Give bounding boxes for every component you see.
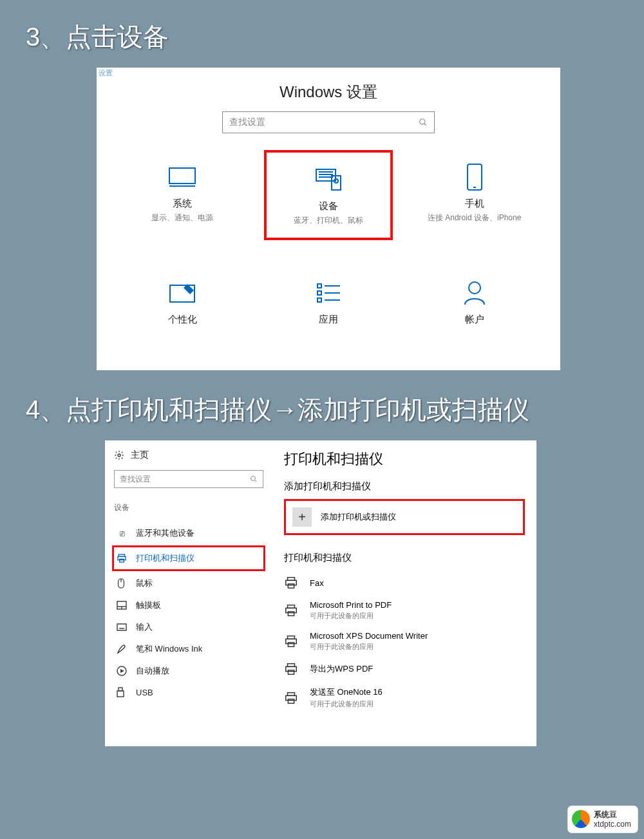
sidebar-category: 设备 <box>114 502 263 513</box>
apps-icon <box>268 278 389 308</box>
sidebar-item-autoplay[interactable]: 自动播放 <box>114 660 263 682</box>
tile-personalization-title: 个性化 <box>122 314 243 326</box>
tile-accounts-title: 帐户 <box>414 314 535 326</box>
add-printer-label: 添加打印机或扫描仪 <box>321 511 396 523</box>
sidebar-item-printers[interactable]: 打印机和扫描仪 <box>112 545 265 571</box>
keyboard-icon <box>117 623 128 631</box>
printer-item[interactable]: Fax <box>284 570 525 595</box>
printer-list: Fax Microsoft Print to PDF 可用于此设备的应用 Mic… <box>284 570 525 714</box>
svg-rect-42 <box>288 584 294 588</box>
plus-icon: + <box>292 507 312 527</box>
main-title: 打印机和扫描仪 <box>284 449 525 469</box>
tile-phone-title: 手机 <box>414 198 535 210</box>
accounts-icon <box>414 278 535 308</box>
svg-rect-39 <box>117 691 124 697</box>
display-icon <box>122 162 243 193</box>
step3-heading: 3、点击设备 <box>0 0 644 61</box>
svg-line-1 <box>424 124 426 126</box>
printer-item[interactable]: Microsoft XPS Document Writer 可用于此设备的应用 <box>284 626 525 657</box>
printer-icon <box>284 603 301 617</box>
svg-point-19 <box>469 282 480 294</box>
bluetooth-icon: ⎚ <box>117 529 128 538</box>
svg-point-0 <box>420 119 425 124</box>
svg-rect-2 <box>169 168 195 184</box>
sidebar-item-label: 蓝牙和其他设备 <box>136 527 194 539</box>
mouse-icon <box>117 578 128 589</box>
sidebar-item-bluetooth[interactable]: ⎚ 蓝牙和其他设备 <box>114 522 263 544</box>
step4-heading: 4、点打印机和扫描仪→添加打印机或扫描仪 <box>0 370 644 434</box>
printer-sub: 可用于此设备的应用 <box>310 611 392 621</box>
sidebar-item-label: USB <box>136 688 153 697</box>
search-icon <box>250 475 258 483</box>
sidebar-item-label: 自动播放 <box>136 665 169 677</box>
phone-icon <box>414 162 535 193</box>
autoplay-icon <box>117 666 128 676</box>
logo-ball-icon <box>572 810 590 828</box>
printer-icon <box>284 634 301 648</box>
printer-name: 导出为WPS PDF <box>310 663 373 675</box>
svg-rect-45 <box>288 612 294 616</box>
add-printer-button[interactable]: + 添加打印机或扫描仪 <box>284 499 525 535</box>
printer-name: Fax <box>310 578 324 588</box>
printer-sub: 可用于此设备的应用 <box>310 699 383 709</box>
tile-accounts[interactable]: 帐户 <box>410 266 539 326</box>
add-section-heading: 添加打印机和扫描仪 <box>284 480 525 493</box>
sidebar-home[interactable]: 主页 <box>114 449 263 461</box>
tile-apps[interactable]: 应用 <box>264 266 393 326</box>
sidebar-item-usb[interactable]: USB <box>114 682 263 702</box>
sidebar-search-input[interactable]: 查找设置 <box>114 470 263 488</box>
tile-devices-title: 设备 <box>270 200 386 212</box>
sidebar-item-typing[interactable]: 输入 <box>114 616 263 638</box>
search-icon <box>419 118 428 127</box>
sidebar-item-mouse[interactable]: 鼠标 <box>114 572 263 594</box>
watermark-url: xtdptc.com <box>594 820 631 829</box>
pen-icon <box>117 644 128 654</box>
tile-phone-sub: 连接 Android 设备、iPhone <box>414 212 535 223</box>
svg-rect-51 <box>288 670 294 674</box>
usb-icon <box>117 687 128 697</box>
tile-apps-title: 应用 <box>268 314 389 326</box>
settings-sidebar: 主页 查找设置 设备 ⎚ 蓝牙和其他设备 打印机和扫描仪 鼠标 <box>105 440 272 746</box>
settings-title: Windows 设置 <box>109 68 547 111</box>
gear-icon <box>114 450 124 460</box>
watermark-logo: 系统豆 xtdptc.com <box>568 806 638 833</box>
tile-personalization[interactable]: 个性化 <box>118 266 247 326</box>
printer-icon <box>284 576 301 590</box>
svg-rect-10 <box>468 164 482 190</box>
devices-icon <box>270 164 386 195</box>
printer-name: Microsoft Print to PDF <box>310 600 392 610</box>
printer-name: Microsoft XPS Document Writer <box>310 631 428 641</box>
settings-tiles-row2: 个性化 应用 帐户 <box>109 266 547 326</box>
sidebar-search-placeholder: 查找设置 <box>120 474 151 485</box>
tile-system-sub: 显示、通知、电源 <box>122 212 243 223</box>
tile-devices-sub: 蓝牙、打印机、鼠标 <box>270 215 386 226</box>
settings-tiles-row1: 系统 显示、通知、电源 设备 蓝牙、打印机、鼠标 手机 连接 Android 设… <box>109 150 547 240</box>
tile-system-title: 系统 <box>122 198 243 210</box>
sidebar-item-touchpad[interactable]: 触摸板 <box>114 594 263 616</box>
sidebar-item-label: 鼠标 <box>136 578 153 589</box>
sidebar-home-label: 主页 <box>131 449 149 461</box>
tile-system[interactable]: 系统 显示、通知、电源 <box>118 150 247 240</box>
personalization-icon <box>122 278 243 308</box>
tile-devices[interactable]: 设备 蓝牙、打印机、鼠标 <box>264 150 393 240</box>
svg-point-21 <box>251 476 256 481</box>
printer-icon <box>284 691 301 705</box>
svg-rect-31 <box>117 624 126 630</box>
svg-point-20 <box>118 454 120 457</box>
printer-icon <box>117 553 128 563</box>
printer-item[interactable]: 导出为WPS PDF <box>284 657 525 681</box>
svg-rect-13 <box>317 284 321 288</box>
printer-item[interactable]: 发送至 OneNote 16 可用于此设备的应用 <box>284 681 525 714</box>
printers-settings-panel: 主页 查找设置 设备 ⎚ 蓝牙和其他设备 打印机和扫描仪 鼠标 <box>105 440 536 746</box>
sidebar-item-label: 输入 <box>136 621 153 633</box>
windows-settings-panel: Windows 设置 查找设置 系统 显示、通知、电源 设备 <box>97 68 560 370</box>
panel1-corner-label: 设置 <box>97 68 115 79</box>
printer-item[interactable]: Microsoft Print to PDF 可用于此设备的应用 <box>284 595 525 626</box>
sidebar-item-pen[interactable]: 笔和 Windows Ink <box>114 638 263 660</box>
tile-phone[interactable]: 手机 连接 Android 设备、iPhone <box>410 150 539 240</box>
sidebar-item-label: 触摸板 <box>136 599 161 611</box>
settings-search-placeholder: 查找设置 <box>229 117 265 128</box>
svg-rect-48 <box>288 643 294 646</box>
svg-rect-17 <box>317 298 321 302</box>
settings-search-input[interactable]: 查找设置 <box>222 111 435 133</box>
